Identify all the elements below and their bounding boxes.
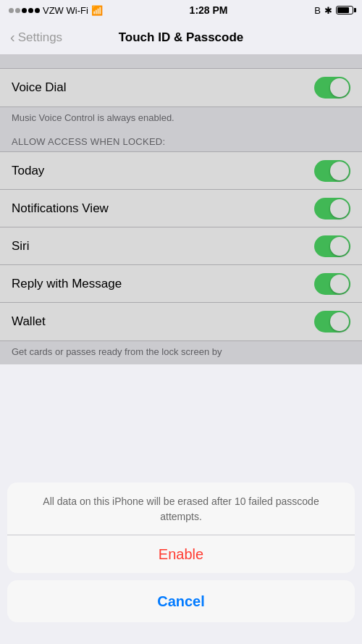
today-toggle[interactable] [314,160,350,182]
dot2 [15,8,20,13]
battery-icon [336,6,353,14]
bluetooth-icon: B [314,5,321,16]
section-gap-1 [0,55,362,68]
page-title: Touch ID & Passcode [119,30,244,45]
status-left: VZW Wi-Fi 📶 [9,5,103,16]
siri-toggle[interactable] [314,235,350,257]
voice-dial-label: Voice Dial [12,80,67,95]
wifi-icon: 📶 [91,5,103,16]
dot4 [28,8,33,13]
alert-overlay: All data on this iPhone will be erased a… [0,475,362,644]
today-label: Today [12,164,44,178]
voice-dial-toggle[interactable] [314,77,350,99]
access-when-locked-header: ALLOW ACCESS WHEN LOCKED: [0,130,362,151]
dot3 [22,8,27,13]
voice-dial-row[interactable]: Voice Dial [0,69,362,106]
back-chevron-icon: ‹ [10,30,15,44]
toggle-knob-wallet [330,312,349,331]
cancel-button[interactable]: Cancel [7,580,355,622]
signal-dots [9,8,40,13]
enable-button[interactable]: Enable [7,535,355,573]
toggle-knob [330,78,349,97]
notifications-view-toggle[interactable] [314,198,350,219]
notifications-view-row[interactable]: Notifications View [0,190,362,227]
today-row[interactable]: Today [0,152,362,190]
wallet-row[interactable]: Wallet [0,303,362,340]
reply-message-row[interactable]: Reply with Message [0,265,362,303]
status-right: B ✱ [314,5,353,16]
toggle-knob-siri [330,237,349,256]
status-bar: VZW Wi-Fi 📶 1:28 PM B ✱ [0,0,362,20]
dot1 [9,8,14,13]
battery-asterisk: ✱ [324,5,332,16]
siri-label: Siri [12,239,30,254]
toggle-knob-reply [330,275,349,293]
wallet-footer: Get cards or passes ready from the lock … [0,341,362,364]
wallet-label: Wallet [12,314,46,329]
reply-message-label: Reply with Message [12,277,122,291]
voice-dial-footer: Music Voice Control is always enabled. [0,107,362,130]
back-label[interactable]: Settings [18,30,62,45]
toggle-knob-today [330,162,349,180]
battery-fill [337,7,349,13]
status-time: 1:28 PM [190,4,228,16]
locked-access-group: Today Notifications View Siri Reply with… [0,151,362,341]
cancel-box: Cancel [7,580,355,622]
toggle-knob-notifications [330,199,349,218]
alert-message: All data on this iPhone will be erased a… [7,482,355,535]
voice-dial-group: Voice Dial [0,68,362,107]
alert-box: All data on this iPhone will be erased a… [7,482,355,573]
wallet-toggle[interactable] [314,311,350,333]
back-button[interactable]: ‹ Settings [10,30,62,45]
nav-bar: ‹ Settings Touch ID & Passcode [0,20,362,55]
dot5 [35,8,40,13]
siri-row[interactable]: Siri [0,227,362,265]
settings-content: Voice Dial Music Voice Control is always… [0,55,362,364]
carrier-label: VZW Wi-Fi [43,5,88,16]
reply-message-toggle[interactable] [314,273,350,295]
notifications-view-label: Notifications View [12,201,109,216]
